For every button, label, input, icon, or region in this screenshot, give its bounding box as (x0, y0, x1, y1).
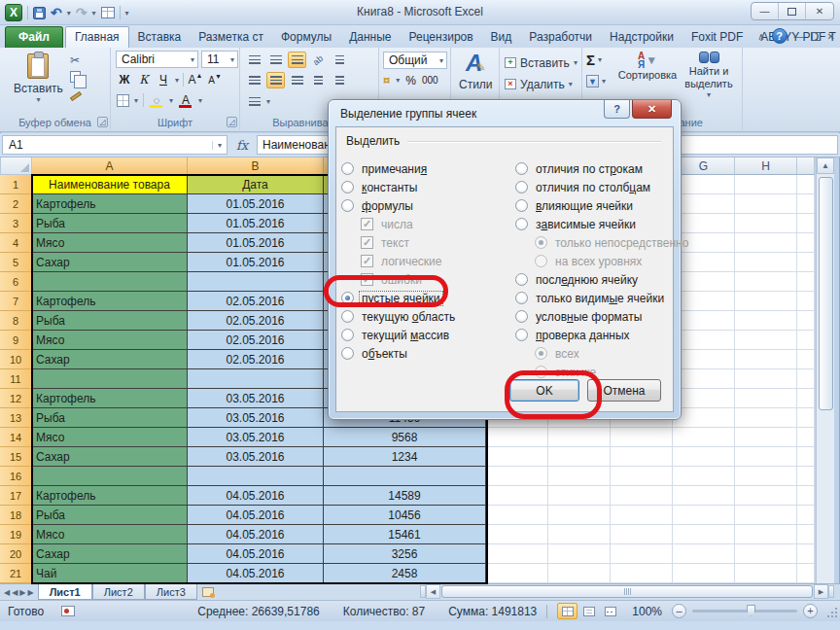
cell-A20[interactable]: Сахар (32, 544, 188, 564)
cell-empty[interactable] (611, 506, 673, 525)
increase-indent-button[interactable] (331, 72, 349, 88)
shrink-font-button[interactable]: А▼ (207, 72, 223, 88)
paste-dropdown-icon[interactable]: ▾ (36, 95, 40, 104)
row-header-3[interactable]: 3 (0, 214, 32, 233)
radio-icon[interactable] (515, 310, 528, 323)
cell-empty[interactable] (548, 506, 611, 525)
ribbon-tab-Формулы[interactable]: Формулы (272, 27, 340, 48)
orientation-button[interactable]: ab (309, 52, 328, 68)
cell-empty[interactable] (735, 194, 797, 214)
cell-B14[interactable]: 03.05.2016 (188, 428, 324, 447)
checkbox-числа[interactable]: ✓числа (341, 215, 457, 233)
column-header-partial[interactable] (797, 158, 815, 175)
first-sheet-icon[interactable]: ◀ (4, 588, 10, 597)
cell-B21[interactable]: 04.05.2016 (188, 564, 324, 583)
cell-empty[interactable] (486, 486, 548, 506)
align-left-button[interactable] (245, 72, 263, 88)
ribbon-tab-Разработчи[interactable]: Разработчи (520, 27, 601, 48)
workbook-restore-icon[interactable] (811, 32, 821, 41)
radio-проверка данных[interactable]: проверка данных (515, 326, 690, 344)
ribbon-tab-Данные[interactable]: Данные (340, 27, 400, 48)
cell-empty[interactable] (486, 544, 548, 564)
ribbon-tab-Разметка ст[interactable]: Разметка ст (190, 27, 272, 48)
cell-A17[interactable]: Картофель (32, 486, 188, 506)
row-header-9[interactable]: 9 (0, 331, 32, 350)
cell-A8[interactable]: Рыба (32, 311, 188, 331)
radio-icon[interactable] (341, 181, 354, 193)
minimize-button[interactable]: — (752, 3, 779, 19)
cell-empty[interactable] (548, 428, 611, 447)
cell-empty[interactable] (735, 506, 797, 525)
cell-empty[interactable] (735, 311, 797, 331)
font-name-select[interactable]: Calibri▾ (116, 51, 198, 68)
cell-empty[interactable] (797, 350, 815, 369)
cell-empty[interactable] (797, 272, 815, 292)
align-right-button[interactable] (288, 72, 306, 88)
cell-B20[interactable]: 04.05.2016 (188, 544, 324, 564)
ribbon-tab-Файл[interactable]: Файл (5, 26, 63, 48)
cell-empty[interactable] (735, 350, 797, 369)
cell-empty[interactable] (797, 311, 815, 331)
radio-отличия по столбцам[interactable]: отличия по столбцам (515, 178, 690, 196)
cell-empty[interactable] (673, 486, 735, 506)
row-header-18[interactable]: 18 (0, 506, 32, 525)
cell-empty[interactable] (548, 467, 611, 486)
cell-B8[interactable]: 02.05.2016 (188, 311, 324, 331)
row-header-13[interactable]: 13 (0, 408, 32, 428)
checkbox-icon[interactable]: ✓ (361, 255, 373, 267)
cell-empty[interactable] (486, 564, 548, 583)
cell-empty[interactable] (611, 525, 673, 544)
radio-текущий массив[interactable]: текущий массив (341, 326, 457, 344)
cell-empty[interactable] (735, 486, 797, 506)
clipboard-dialog-launcher-icon[interactable]: ◿ (97, 117, 108, 127)
cell-empty[interactable] (797, 194, 815, 214)
cell-C20[interactable]: 3256 (324, 544, 486, 564)
column-header-B[interactable]: B (188, 158, 324, 175)
radio-текущую область[interactable]: текущую область (341, 307, 457, 326)
radio-зависимые ячейки[interactable]: зависимые ячейки (515, 215, 690, 233)
cell-empty[interactable] (797, 544, 815, 564)
row-header-15[interactable]: 15 (0, 447, 32, 467)
row-header-20[interactable]: 20 (0, 544, 32, 564)
radio-icon[interactable] (535, 347, 547, 360)
cell-A21[interactable]: Чай (32, 564, 188, 583)
cell-empty[interactable] (797, 486, 815, 506)
last-sheet-icon[interactable]: ▶ (27, 588, 33, 597)
cell-empty[interactable] (735, 369, 797, 389)
radio-icon[interactable] (341, 162, 354, 175)
cell-B18[interactable]: 04.05.2016 (188, 506, 324, 525)
resize-grip[interactable] (825, 608, 837, 619)
cell-empty[interactable] (735, 331, 797, 350)
checkbox-ошибки[interactable]: ✓ошибки (341, 270, 457, 289)
row-header-8[interactable]: 8 (0, 311, 32, 331)
cell-B3[interactable]: 01.05.2016 (188, 214, 324, 233)
cell-empty[interactable] (735, 175, 797, 194)
dialog-help-button[interactable]: ? (604, 100, 630, 119)
select-all-corner[interactable] (0, 158, 32, 175)
cell-empty[interactable] (611, 564, 673, 583)
cell-empty[interactable] (673, 506, 735, 525)
cell-B4[interactable]: 01.05.2016 (188, 233, 324, 253)
ok-button[interactable]: OK (509, 379, 579, 402)
cell-empty[interactable] (797, 253, 815, 272)
paste-button[interactable]: Вставить ▾ (14, 50, 63, 104)
cell-empty[interactable] (611, 447, 673, 467)
align-top-button[interactable] (245, 52, 263, 68)
restore-button[interactable] (779, 3, 806, 19)
cell-empty[interactable] (797, 447, 815, 467)
cell-A16[interactable] (32, 467, 188, 486)
cell-B11[interactable] (188, 369, 324, 389)
cell-A19[interactable]: Мясо (32, 525, 188, 544)
radio-объекты[interactable]: объекты (341, 344, 457, 363)
zoom-slider[interactable] (692, 610, 797, 612)
fill-color-button[interactable]: ◌ (149, 92, 164, 108)
cell-empty[interactable] (797, 506, 815, 525)
cell-A10[interactable]: Сахар (32, 350, 188, 369)
cell-empty[interactable] (611, 467, 673, 486)
row-header-14[interactable]: 14 (0, 428, 32, 447)
insert-worksheet-button[interactable] (197, 584, 219, 600)
zoom-in-button[interactable]: + (803, 604, 818, 618)
cell-empty[interactable] (548, 486, 611, 506)
row-header-17[interactable]: 17 (0, 486, 32, 506)
zoom-out-button[interactable]: – (672, 604, 686, 618)
